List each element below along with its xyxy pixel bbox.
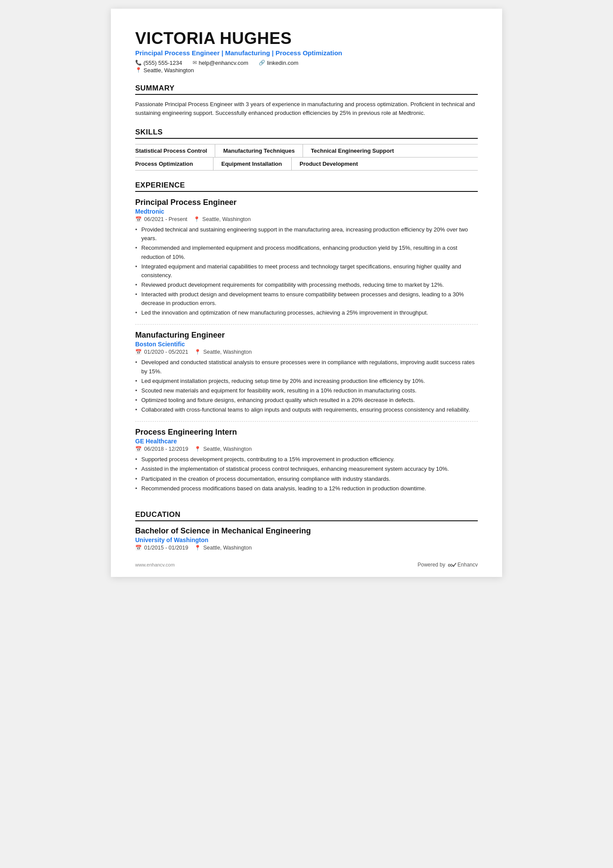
logo-symbol: ∞✓ — [448, 561, 456, 569]
bullet-3-1: Supported process development projects, … — [135, 455, 478, 464]
calendar-icon-edu: 📅 — [135, 545, 142, 551]
resume-page: VICTORIA HUGHES Principal Process Engine… — [111, 9, 502, 577]
bullet-2-5: Collaborated with cross-functional teams… — [135, 406, 478, 414]
calendar-icon-3: 📅 — [135, 446, 142, 452]
bullet-1-3: Integrated equipment and material capabi… — [135, 262, 478, 280]
linkedin-item: 🔗 linkedin.com — [259, 60, 298, 66]
summary-title: SUMMARY — [135, 84, 478, 95]
job-title-3: Process Engineering Intern — [135, 428, 478, 437]
bullet-2-1: Developed and conducted statistical anal… — [135, 358, 478, 375]
bullet-2-4: Optimized tooling and fixture designs, e… — [135, 396, 478, 405]
job-bullets-1: Provided technical and sustaining engine… — [135, 225, 478, 317]
email-icon: ✉ — [193, 60, 197, 66]
bullet-1-4: Reviewed product development requirement… — [135, 281, 478, 289]
email-item: ✉ help@enhancv.com — [193, 60, 248, 66]
phone-icon: 📞 — [135, 60, 142, 66]
location-icon: 📍 — [135, 67, 142, 73]
company-2: Boston Scientific — [135, 341, 478, 348]
bullet-1-2: Recommended and implemented equipment an… — [135, 244, 478, 261]
footer-logo: Powered by ∞✓ Enhancv — [418, 561, 478, 569]
job-ge-healthcare: Process Engineering Intern GE Healthcare… — [135, 428, 478, 500]
job-bullets-3: Supported process development projects, … — [135, 455, 478, 493]
education-title: EDUCATION — [135, 510, 478, 521]
job-location-3: 📍 Seattle, Washington — [194, 446, 252, 452]
skill-pd: Product Development — [292, 158, 370, 170]
summary-text: Passionate Principal Process Engineer wi… — [135, 100, 478, 117]
link-icon: 🔗 — [259, 60, 265, 66]
location-value: Seattle, Washington — [143, 67, 194, 74]
skills-row-2: Process Optimization Equipment Installat… — [135, 157, 478, 171]
bullet-2-2: Led equipment installation projects, red… — [135, 377, 478, 385]
edu-degree: Bachelor of Science in Mechanical Engine… — [135, 526, 478, 536]
skill-spc: Statistical Process Control — [135, 144, 215, 157]
job-meta-1: 📅 06/2021 - Present 📍 Seattle, Washingto… — [135, 216, 478, 222]
job-dates-3: 📅 06/2018 - 12/2019 — [135, 446, 188, 452]
job-title-2: Manufacturing Engineer — [135, 331, 478, 340]
loc-icon-2: 📍 — [194, 349, 201, 355]
skill-ei: Equipment Installation — [213, 158, 292, 170]
candidate-name: VICTORIA HUGHES — [135, 30, 478, 48]
edu-block: Bachelor of Science in Mechanical Engine… — [135, 526, 478, 551]
bullet-1-5: Interacted with product design and devel… — [135, 290, 478, 308]
company-3: GE Healthcare — [135, 438, 478, 445]
loc-icon-edu: 📍 — [194, 545, 201, 551]
bullet-1-6: Led the innovation and optimization of n… — [135, 308, 478, 317]
calendar-icon-2: 📅 — [135, 349, 142, 355]
edu-meta: 📅 01/2015 - 01/2019 📍 Seattle, Washingto… — [135, 545, 478, 551]
job-title-1: Principal Process Engineer — [135, 198, 478, 207]
footer-website: www.enhancv.com — [135, 562, 175, 567]
enhancv-logo: ∞✓ Enhancv — [448, 561, 478, 569]
footer: www.enhancv.com Powered by ∞✓ Enhancv — [135, 561, 478, 569]
phone-value: (555) 555-1234 — [143, 60, 182, 66]
edu-location: 📍 Seattle, Washington — [194, 545, 252, 551]
skills-grid: Statistical Process Control Manufacturin… — [135, 144, 478, 171]
loc-icon-1: 📍 — [193, 216, 200, 222]
skills-title: SKILLS — [135, 128, 478, 139]
skill-tes: Technical Engineering Support — [303, 144, 402, 157]
bullet-2-3: Scouted new materials and equipment for … — [135, 386, 478, 395]
experience-title: EXPERIENCE — [135, 181, 478, 192]
linkedin-value: linkedin.com — [267, 60, 298, 66]
edu-school: University of Washington — [135, 536, 478, 543]
phone-item: 📞 (555) 555-1234 — [135, 60, 182, 66]
header: VICTORIA HUGHES Principal Process Engine… — [135, 30, 478, 74]
edu-dates: 📅 01/2015 - 01/2019 — [135, 545, 188, 551]
education-section: EDUCATION Bachelor of Science in Mechani… — [135, 510, 478, 551]
contact-row: 📞 (555) 555-1234 ✉ help@enhancv.com 🔗 li… — [135, 60, 478, 66]
location-row: 📍 Seattle, Washington — [135, 67, 478, 74]
loc-icon-3: 📍 — [194, 446, 201, 452]
job-bullets-2: Developed and conducted statistical anal… — [135, 358, 478, 414]
calendar-icon-1: 📅 — [135, 216, 142, 222]
job-location-2: 📍 Seattle, Washington — [194, 349, 252, 355]
job-boston-scientific: Manufacturing Engineer Boston Scientific… — [135, 331, 478, 422]
skill-po: Process Optimization — [135, 158, 213, 170]
experience-section: EXPERIENCE Principal Process Engineer Me… — [135, 181, 478, 500]
job-dates-2: 📅 01/2020 - 05/2021 — [135, 349, 188, 355]
email-value: help@enhancv.com — [199, 60, 248, 66]
job-meta-2: 📅 01/2020 - 05/2021 📍 Seattle, Washingto… — [135, 349, 478, 355]
company-1: Medtronic — [135, 208, 478, 215]
job-medtronic: Principal Process Engineer Medtronic 📅 0… — [135, 198, 478, 325]
location-item: 📍 Seattle, Washington — [135, 67, 194, 74]
skills-row-1: Statistical Process Control Manufacturin… — [135, 144, 478, 157]
skill-mfg: Manufacturing Techniques — [215, 144, 303, 157]
job-location-1: 📍 Seattle, Washington — [193, 216, 251, 222]
bullet-1-1: Provided technical and sustaining engine… — [135, 225, 478, 243]
candidate-title: Principal Process Engineer | Manufacturi… — [135, 49, 478, 57]
job-dates-1: 📅 06/2021 - Present — [135, 216, 187, 222]
summary-section: SUMMARY Passionate Principal Process Eng… — [135, 84, 478, 117]
powered-by-label: Powered by — [418, 562, 445, 568]
job-meta-3: 📅 06/2018 - 12/2019 📍 Seattle, Washingto… — [135, 446, 478, 452]
bullet-3-3: Participated in the creation of process … — [135, 475, 478, 483]
brand-name: Enhancv — [457, 562, 478, 568]
skills-section: SKILLS Statistical Process Control Manuf… — [135, 128, 478, 171]
bullet-3-2: Assisted in the implementation of statis… — [135, 465, 478, 473]
bullet-3-4: Recommended process modifications based … — [135, 484, 478, 493]
